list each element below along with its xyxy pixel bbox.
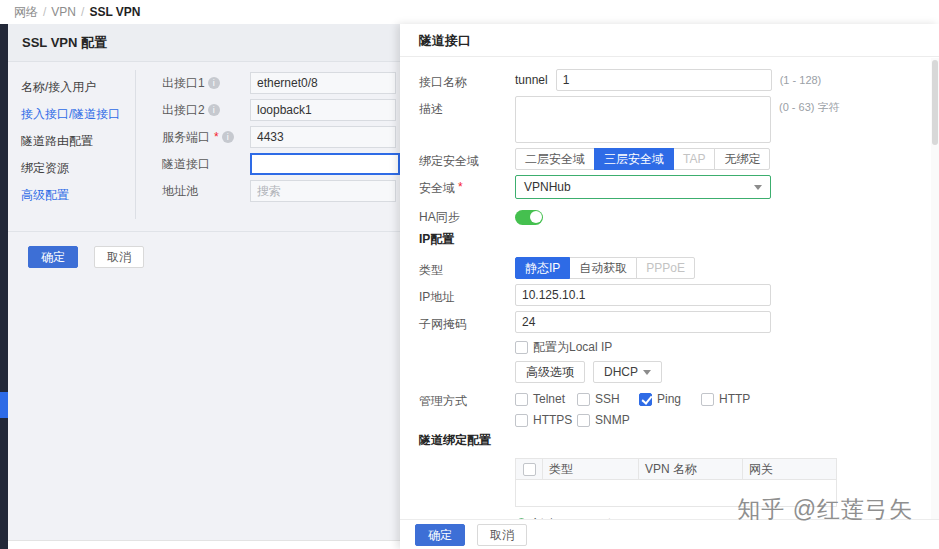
ip-config-section-title: IP配置 [419,231,931,248]
description-label: 描述 [419,96,515,118]
config-cancel-button[interactable]: 取消 [94,246,144,268]
table-header-row: 类型 VPN 名称 网关 [516,459,836,480]
service-port-label-text: 服务端口 [162,129,210,146]
column-header-gateway[interactable]: 网关 [742,459,836,479]
ping-checkbox[interactable]: Ping [639,392,701,406]
description-row: 描述 (0 - 63) 字符 [419,96,931,143]
interface-name-label-text: 接口名称 [419,74,467,91]
breadcrumb-separator: / [43,5,46,19]
required-mark: * [458,180,463,199]
breadcrumb-network[interactable]: 网络 [14,4,38,21]
snmp-label: SNMP [595,413,630,427]
zone-select[interactable]: VPNHub [515,175,771,199]
zone-bind-label-text: 绑定安全域 [419,153,479,170]
zone-bind-row: 绑定安全域 二层安全域 三层安全域 TAP 无绑定 [419,148,931,170]
ip-address-input[interactable] [515,284,771,306]
https-checkbox[interactable]: HTTPS [515,413,577,427]
nav-item-name-users[interactable]: 名称/接入用户 [8,74,135,101]
ssl-vpn-config-panel: SSL VPN 配置 名称/接入用户 接入接口/隧道接口 隧道路由配置 绑定资源… [8,24,400,540]
ip-type-label-text: 类型 [419,262,443,279]
nav-item-bind-resource[interactable]: 绑定资源 [8,155,135,182]
column-header-type[interactable]: 类型 [542,459,638,479]
egress1-label: 出接口1 [162,75,250,92]
info-icon[interactable] [208,104,220,116]
checkbox-icon [701,393,714,406]
checkbox-icon [577,414,590,427]
column-header-vpn-name[interactable]: VPN 名称 [638,459,742,479]
netmask-row: 子网掩码 [419,311,931,333]
netmask-label: 子网掩码 [419,311,515,333]
bottom-strip [8,540,400,549]
snmp-checkbox[interactable]: SNMP [577,413,639,427]
description-textarea[interactable] [515,96,771,143]
advanced-options-button[interactable]: 高级选项 [515,361,585,383]
spacer-label [419,361,515,383]
drawer-title: 隧道接口 [400,24,939,57]
drawer-ok-button[interactable]: 确定 [415,524,465,546]
local-ip-checkbox[interactable]: 配置为Local IP [515,338,612,356]
interface-name-prefix: tunnel [515,73,548,87]
checkbox-icon [515,341,528,354]
telnet-checkbox[interactable]: Telnet [515,392,577,406]
breadcrumb: 网络 / VPN / SSL VPN [0,0,939,24]
tunnel-interface-drawer: 隧道接口 接口名称 tunnel (1 - 128) 描述 (0 - 6 [400,24,939,549]
info-icon[interactable] [222,131,234,143]
segment-tap[interactable]: TAP [673,148,715,170]
scrollbar-thumb[interactable] [932,60,938,145]
http-checkbox[interactable]: HTTP [701,392,763,406]
drawer-body: 接口名称 tunnel (1 - 128) 描述 (0 - 63) 字符 [400,58,931,519]
checkbox-icon [515,414,528,427]
ha-sync-row: HA同步 [419,204,931,226]
form-row: 服务端口 * [162,126,400,148]
collapsed-sidebar-rail[interactable] [0,24,8,549]
nav-item-access-tunnel-interface[interactable]: 接入接口/隧道接口 [8,101,135,128]
interface-name-hint: (1 - 128) [780,74,822,86]
interface-name-input[interactable] [556,69,772,91]
egress1-label-text: 出接口1 [162,75,205,92]
advanced-dhcp-row: 高级选项 DHCP [419,361,931,383]
egress1-input[interactable] [250,72,396,94]
spacer-label [419,458,515,463]
segment-pppoe[interactable]: PPPoE [636,257,695,279]
tunnel-interface-label: 隧道接口 [162,156,250,173]
telnet-label: Telnet [533,392,565,406]
info-icon[interactable] [208,77,220,89]
ssh-label: SSH [595,392,620,406]
ssh-checkbox[interactable]: SSH [577,392,639,406]
segment-static-ip[interactable]: 静态IP [515,257,570,279]
ping-label: Ping [657,392,681,406]
nav-item-advanced-config[interactable]: 高级配置 [8,182,135,209]
spacer-label [419,338,515,356]
breadcrumb-vpn[interactable]: VPN [51,5,76,19]
zone-select-value: VPNHub [524,180,571,194]
egress2-input[interactable] [250,99,396,121]
drawer-cancel-button[interactable]: 取消 [477,524,527,546]
description-label-text: 描述 [419,101,443,118]
management-label-text: 管理方式 [419,393,467,410]
dhcp-dropdown-button[interactable]: DHCP [593,361,662,383]
select-all-checkbox[interactable] [523,463,536,476]
ip-address-label: IP地址 [419,284,515,306]
config-ok-button[interactable]: 确定 [28,246,78,268]
segment-l2-zone[interactable]: 二层安全域 [515,148,595,170]
ip-type-row: 类型 静态IP 自动获取 PPPoE [419,257,931,279]
ha-sync-toggle[interactable] [515,210,543,225]
scrollbar-track[interactable] [931,58,939,519]
panel-actions: 确定 取消 [8,231,400,268]
app-window: 网络 / VPN / SSL VPN SSL VPN 配置 名称/接入用户 接入… [0,0,939,549]
dhcp-button-label: DHCP [604,365,638,379]
interface-name-row: 接口名称 tunnel (1 - 128) [419,69,931,91]
management-row: 管理方式 Telnet SSH Ping [419,388,931,427]
chevron-down-icon [754,185,762,190]
required-mark: * [214,130,219,144]
address-pool-search-input[interactable] [250,180,396,202]
ip-type-segment-group: 静态IP 自动获取 PPPoE [515,257,695,279]
service-port-input[interactable] [250,126,396,148]
http-label: HTTP [719,392,750,406]
segment-auto-obtain[interactable]: 自动获取 [569,257,637,279]
segment-l3-zone[interactable]: 三层安全域 [594,148,674,170]
segment-no-bind[interactable]: 无绑定 [714,148,770,170]
tunnel-interface-input[interactable] [250,153,400,175]
netmask-input[interactable] [515,311,771,333]
nav-item-tunnel-route[interactable]: 隧道路由配置 [8,128,135,155]
